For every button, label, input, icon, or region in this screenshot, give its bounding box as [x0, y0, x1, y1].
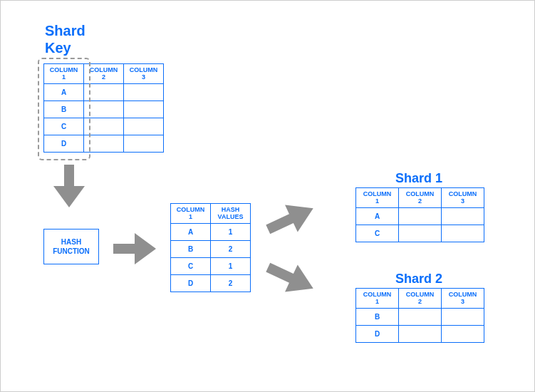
table-row: A — [44, 83, 164, 100]
cell — [399, 325, 442, 342]
cell — [442, 325, 484, 342]
table-header-row: COLUMN 1 COLUMN 2 COLUMN 3 — [44, 64, 164, 84]
cell — [124, 135, 164, 152]
shard-2-table: COLUMN 1 COLUMN 2 COLUMN 3 B D — [355, 288, 484, 343]
cell: 1 — [211, 223, 251, 240]
col-header: COLUMN 1 — [171, 204, 211, 224]
table-row: B — [356, 308, 484, 325]
table-row: C — [356, 225, 484, 242]
cell — [442, 225, 484, 242]
shard-2-title: Shard 2 — [395, 272, 442, 287]
cell — [442, 207, 484, 225]
col-header: COLUMN 3 — [442, 188, 484, 208]
cell — [124, 118, 164, 135]
hash-function-box: HASH FUNCTION — [43, 229, 99, 264]
arrow-down-icon — [53, 165, 85, 207]
cell: D — [171, 274, 211, 292]
table-row: D — [44, 135, 164, 152]
cell — [399, 225, 442, 242]
cell — [399, 308, 442, 325]
col-header: COLUMN 2 — [399, 188, 442, 208]
cell: A — [44, 83, 84, 100]
arrow-upright-icon — [266, 198, 316, 239]
cell: 2 — [211, 274, 251, 292]
table-row: C — [44, 118, 164, 135]
cell — [84, 118, 124, 135]
col-header: COLUMN 3 — [442, 289, 484, 309]
cell — [442, 308, 484, 325]
cell — [84, 135, 124, 152]
arrow-right-icon — [113, 233, 156, 264]
arrow-downright-icon — [266, 257, 316, 299]
table-row: C 1 — [171, 257, 251, 274]
table-row: B — [44, 100, 164, 118]
table-header-row: COLUMN 1 HASH VALUES — [171, 204, 251, 224]
cell — [124, 83, 164, 100]
cell: B — [44, 100, 84, 118]
table-row: B 2 — [171, 240, 251, 257]
cell: 2 — [211, 240, 251, 257]
cell: A — [171, 223, 211, 240]
source-table: COLUMN 1 COLUMN 2 COLUMN 3 A B C D — [43, 63, 164, 153]
col-header: COLUMN 3 — [124, 64, 164, 84]
table-header-row: COLUMN 1 COLUMN 2 COLUMN 3 — [356, 188, 484, 208]
cell — [84, 83, 124, 100]
cell: D — [356, 325, 399, 342]
col-header: COLUMN 1 — [356, 188, 399, 208]
table-row: A — [356, 207, 484, 225]
cell: A — [356, 207, 399, 225]
shard-key-title: Shard Key — [45, 22, 85, 56]
cell: B — [356, 308, 399, 325]
table-header-row: COLUMN 1 COLUMN 2 COLUMN 3 — [356, 289, 484, 309]
cell: D — [44, 135, 84, 152]
cell: C — [44, 118, 84, 135]
col-header: COLUMN 2 — [84, 64, 124, 84]
col-header: COLUMN 2 — [399, 289, 442, 309]
table-row: D — [356, 325, 484, 342]
cell — [399, 207, 442, 225]
cell: 1 — [211, 257, 251, 274]
cell — [124, 100, 164, 118]
col-header: HASH VALUES — [211, 204, 251, 224]
diagram-canvas: Shard Key COLUMN 1 COLUMN 2 COLUMN 3 A B… — [0, 0, 535, 392]
shard-1-table: COLUMN 1 COLUMN 2 COLUMN 3 A C — [355, 187, 484, 242]
col-header: COLUMN 1 — [44, 64, 84, 84]
cell — [84, 100, 124, 118]
table-row: D 2 — [171, 274, 251, 292]
cell: C — [171, 257, 211, 274]
table-row: A 1 — [171, 223, 251, 240]
cell: C — [356, 225, 399, 242]
col-header: COLUMN 1 — [356, 289, 399, 309]
cell: B — [171, 240, 211, 257]
hash-values-table: COLUMN 1 HASH VALUES A 1 B 2 C 1 D 2 — [170, 203, 251, 292]
shard-1-title: Shard 1 — [395, 171, 442, 186]
